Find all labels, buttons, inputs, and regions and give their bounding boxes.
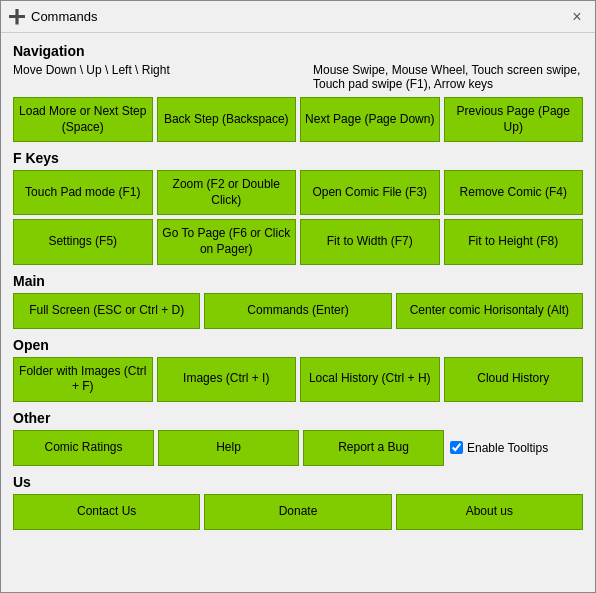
titlebar: Commands ×	[1, 1, 595, 33]
zoom-button[interactable]: Zoom (F2 or Double Click)	[157, 170, 297, 215]
fkeys-row1: Touch Pad mode (F1) Zoom (F2 or Double C…	[13, 170, 583, 215]
images-button[interactable]: Images (Ctrl + I)	[157, 357, 297, 402]
next-page-button[interactable]: Next Page (Page Down)	[300, 97, 440, 142]
enable-tooltips-checkbox[interactable]	[450, 441, 463, 454]
enable-tooltips-text: Enable Tooltips	[467, 441, 548, 455]
open-button-row: Folder with Images (Ctrl + F) Images (Ct…	[13, 357, 583, 402]
section-us: Us	[13, 474, 583, 490]
app-icon	[9, 9, 25, 25]
comic-ratings-button[interactable]: Comic Ratings	[13, 430, 154, 466]
settings-button[interactable]: Settings (F5)	[13, 219, 153, 264]
section-navigation: Navigation	[13, 43, 583, 59]
enable-tooltips-label[interactable]: Enable Tooltips	[448, 439, 583, 457]
close-button[interactable]: ×	[567, 7, 587, 27]
contact-us-button[interactable]: Contact Us	[13, 494, 200, 530]
window-title: Commands	[31, 9, 567, 24]
us-button-row: Contact Us Donate About us	[13, 494, 583, 530]
back-step-button[interactable]: Back Step (Backspace)	[157, 97, 297, 142]
center-comic-button[interactable]: Center comic Horisontaly (Alt)	[396, 293, 583, 329]
go-to-page-button[interactable]: Go To Page (F6 or Click on Pager)	[157, 219, 297, 264]
fullscreen-button[interactable]: Full Screen (ESC or Ctrl + D)	[13, 293, 200, 329]
remove-comic-button[interactable]: Remove Comic (F4)	[444, 170, 584, 215]
fkeys-row2: Settings (F5) Go To Page (F6 or Click on…	[13, 219, 583, 264]
report-bug-button[interactable]: Report a Bug	[303, 430, 444, 466]
commands-window: Commands × Navigation Move Down \ Up \ L…	[0, 0, 596, 593]
main-button-row: Full Screen (ESC or Ctrl + D) Commands (…	[13, 293, 583, 329]
section-open: Open	[13, 337, 583, 353]
folder-images-button[interactable]: Folder with Images (Ctrl + F)	[13, 357, 153, 402]
fit-width-button[interactable]: Fit to Width (F7)	[300, 219, 440, 264]
help-button[interactable]: Help	[158, 430, 299, 466]
other-button-row: Comic Ratings Help Report a Bug Enable T…	[13, 430, 583, 466]
donate-button[interactable]: Donate	[204, 494, 391, 530]
touchpad-mode-button[interactable]: Touch Pad mode (F1)	[13, 170, 153, 215]
open-comic-button[interactable]: Open Comic File (F3)	[300, 170, 440, 215]
prev-page-button[interactable]: Previous Page (Page Up)	[444, 97, 584, 142]
nav-button-row: Load More or Next Step (Space) Back Step…	[13, 97, 583, 142]
commands-button[interactable]: Commands (Enter)	[204, 293, 391, 329]
nav-description: Move Down \ Up \ Left \ Right Mouse Swip…	[13, 63, 583, 91]
section-other: Other	[13, 410, 583, 426]
about-us-button[interactable]: About us	[396, 494, 583, 530]
load-more-button[interactable]: Load More or Next Step (Space)	[13, 97, 153, 142]
fit-height-button[interactable]: Fit to Height (F8)	[444, 219, 584, 264]
cloud-history-button[interactable]: Cloud History	[444, 357, 584, 402]
content-area: Navigation Move Down \ Up \ Left \ Right…	[1, 33, 595, 592]
local-history-button[interactable]: Local History (Ctrl + H)	[300, 357, 440, 402]
nav-desc-right: Mouse Swipe, Mouse Wheel, Touch screen s…	[313, 63, 583, 91]
nav-desc-left: Move Down \ Up \ Left \ Right	[13, 63, 283, 91]
section-fkeys: F Keys	[13, 150, 583, 166]
section-main: Main	[13, 273, 583, 289]
